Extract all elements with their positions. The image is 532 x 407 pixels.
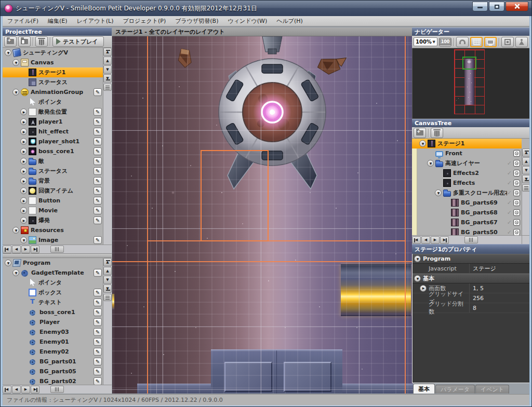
tree-row[interactable]: Resources ✓ — [3, 225, 103, 235]
menu-item[interactable]: プロジェクト(P) — [118, 16, 171, 26]
scroll-top-button[interactable]: ▲ — [103, 258, 112, 266]
expand-toggle-icon[interactable] — [12, 89, 19, 96]
add-item-button[interactable] — [4, 36, 17, 47]
edit-pencil-button[interactable] — [94, 289, 102, 296]
tree-row[interactable]: Effects2 ✓ — [412, 168, 522, 178]
check-icon[interactable]: ✓ — [507, 209, 512, 216]
expand-toggle-icon[interactable] — [5, 49, 11, 56]
projecttree-vertical-scrollbar[interactable]: ▲ ▲ ▼ ▼ — [103, 48, 112, 245]
check-icon[interactable]: ✓ — [507, 170, 512, 177]
tree-row[interactable]: Enemy01 ✓ — [3, 337, 103, 347]
program-vertical-scrollbar[interactable]: ▲ ▲ ▼ ▼ — [103, 258, 112, 385]
edit-pencil-button[interactable] — [94, 167, 102, 175]
tree-row[interactable]: Front ✓ — [412, 148, 522, 158]
tree-row[interactable]: 回復アイテム ✓ — [3, 186, 103, 196]
check-icon[interactable]: ✓ — [507, 160, 512, 167]
tree-row[interactable]: 敵発生位置 ✓ — [3, 107, 103, 117]
record-icon[interactable] — [513, 209, 520, 216]
tree-row[interactable]: Program ✓ — [3, 258, 103, 268]
edit-pencil-button[interactable] — [94, 308, 102, 316]
property-value[interactable]: 256 — [469, 293, 530, 303]
tree-row[interactable]: Movie ✓ — [3, 206, 103, 215]
expand-toggle-icon[interactable] — [5, 260, 11, 266]
tree-row[interactable]: Enemy03 ✓ — [3, 327, 103, 337]
record-icon[interactable] — [513, 199, 520, 206]
navigator-viewport-rect[interactable] — [462, 57, 476, 70]
scroll-right-button[interactable]: ▶ — [21, 246, 30, 253]
property-value[interactable]: ステージ — [469, 264, 530, 273]
properties-tab[interactable]: パラメータ — [435, 385, 475, 394]
tree-row[interactable]: シューティングV ✓ — [3, 48, 103, 58]
tree-row[interactable]: 多重スクロール用左右壁 ✓ — [412, 188, 522, 198]
edit-pencil-button[interactable] — [94, 216, 102, 224]
tree-row[interactable]: boss_core1 ✓ — [3, 146, 103, 156]
minimize-button[interactable] — [472, 2, 488, 11]
tree-row[interactable]: ステージ1 ✓ — [412, 139, 522, 148]
scroll-left-button[interactable]: ◀ — [421, 236, 430, 244]
properties-tab[interactable]: イベント — [475, 385, 509, 394]
expand-toggle-icon[interactable] — [20, 217, 27, 224]
edit-pencil-button[interactable] — [94, 187, 102, 195]
tree-row[interactable]: GadgetTemplate ✓ — [3, 268, 103, 278]
tree-row[interactable]: 爆発 ✓ — [3, 215, 103, 225]
tree-row[interactable]: ポインタ ✓ — [3, 278, 103, 288]
close-button[interactable] — [506, 2, 528, 11]
add-layer-button[interactable] — [414, 128, 426, 138]
edit-pencil-button[interactable] — [94, 157, 102, 165]
expand-toggle-icon[interactable] — [20, 197, 27, 204]
scroll-last-button[interactable]: ▶ — [31, 386, 39, 394]
tree-row[interactable]: BG_parts50 ✓ — [412, 227, 522, 235]
edit-pencil-button[interactable] — [94, 197, 102, 205]
scroll-bottom-button[interactable]: ▼ — [103, 284, 112, 293]
scroll-bottom-button[interactable]: ▼ — [103, 74, 112, 83]
expand-toggle-icon[interactable] — [427, 160, 434, 167]
show-grid-button[interactable] — [470, 37, 483, 47]
tree-row[interactable]: ボックス ✓ — [3, 288, 103, 297]
menu-item[interactable]: レイアウト(L) — [72, 16, 118, 26]
expand-toggle-icon[interactable] — [414, 275, 421, 282]
stage-canvas[interactable] — [112, 36, 413, 394]
expand-toggle-icon[interactable] — [20, 118, 27, 125]
tree-row[interactable]: Canvas ✓ — [3, 58, 103, 67]
edit-pencil-button[interactable] — [94, 348, 102, 356]
expand-toggle-icon[interactable] — [20, 128, 27, 135]
scroll-grip[interactable] — [103, 84, 112, 91]
menu-item[interactable]: 編集(E) — [43, 16, 72, 26]
edit-pencil-button[interactable] — [94, 128, 102, 135]
tree-row[interactable]: player_shot1 ✓ — [3, 137, 103, 146]
property-value[interactable]: 1, 5 — [469, 283, 530, 293]
edit-pencil-button[interactable] — [94, 377, 102, 385]
scroll-down-button[interactable]: ▼ — [103, 276, 112, 284]
edit-pencil-button[interactable] — [94, 147, 102, 155]
record-icon[interactable] — [513, 160, 520, 167]
property-row[interactable]: Program — [413, 254, 530, 264]
edit-pencil-button[interactable] — [94, 368, 102, 375]
edit-pencil-button[interactable] — [94, 318, 102, 326]
tree-row[interactable]: 背景 ✓ — [3, 176, 103, 186]
show-screen-button[interactable] — [484, 37, 497, 47]
expand-toggle-icon[interactable] — [20, 138, 27, 145]
expand-toggle-icon[interactable] — [20, 148, 27, 155]
record-icon[interactable] — [513, 189, 520, 196]
tree-row[interactable]: BG_parts02 ✓ — [3, 376, 103, 385]
tree-row[interactable]: BG_parts69 ✓ — [412, 198, 522, 208]
delete-layer-button[interactable] — [431, 128, 443, 138]
tree-row[interactable]: ポインタ ✓ — [3, 97, 103, 107]
projecttree-horizontal-scrollbar[interactable]: ◀ ◀ ▶ ▶ — [3, 245, 112, 253]
scroll-left-button[interactable]: ◀ — [12, 386, 21, 394]
expand-toggle-icon[interactable] — [12, 269, 19, 276]
delete-item-button[interactable] — [35, 36, 48, 47]
edit-pencil-button[interactable] — [94, 177, 102, 185]
zoom-level-select[interactable]: 100% ▼ — [414, 37, 437, 46]
scroll-right-button[interactable]: ▶ — [21, 386, 30, 394]
tree-row[interactable]: Effects ✓ — [412, 178, 522, 188]
expand-toggle-icon[interactable] — [20, 237, 27, 243]
record-icon[interactable] — [513, 180, 520, 186]
add-child-item-button[interactable] — [18, 36, 31, 47]
tree-row[interactable]: テキスト ✓ — [3, 297, 103, 307]
edit-pencil-button[interactable] — [94, 138, 102, 145]
scroll-last-button[interactable]: ▶ — [440, 236, 449, 244]
check-icon[interactable]: ✓ — [507, 189, 512, 196]
wall-block-sprite[interactable] — [211, 349, 342, 394]
property-row[interactable]: Javascript ステージ — [413, 264, 530, 274]
